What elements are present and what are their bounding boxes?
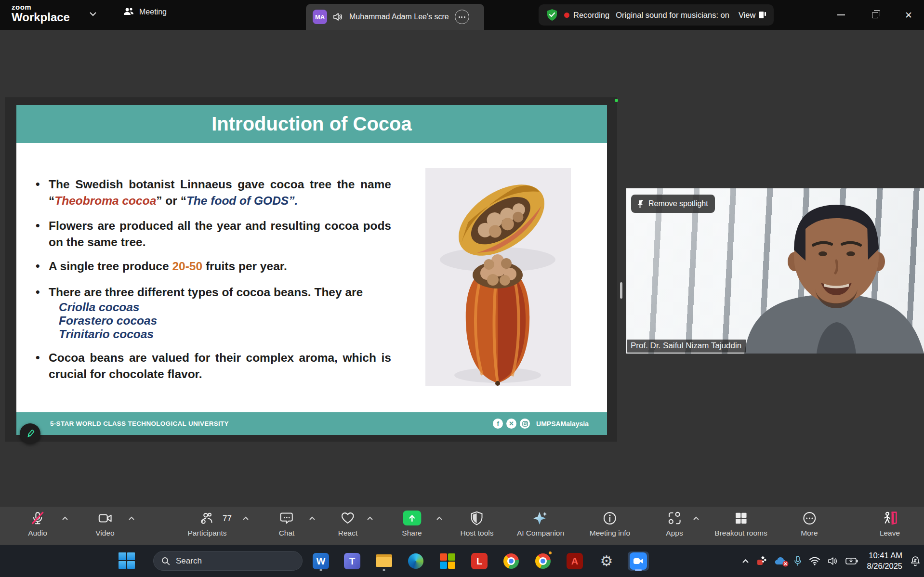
taskbar-app-l[interactable]: L xyxy=(469,551,490,571)
slide-bullet-5: • Cocoa beans are valued for their compl… xyxy=(36,350,391,382)
minimize-button[interactable] xyxy=(828,0,855,30)
notification-badge xyxy=(548,551,553,555)
tab-options-ellipsis-icon[interactable] xyxy=(455,10,469,24)
restore-button[interactable] xyxy=(861,0,888,30)
workspace-dropdown-chevron-icon[interactable] xyxy=(89,12,97,16)
taskbar-app-acrobat[interactable]: A xyxy=(564,551,585,571)
volume-icon[interactable] xyxy=(828,557,838,565)
onedrive-error-icon[interactable] xyxy=(774,557,787,565)
original-sound-status[interactable]: Original sound for musicians: on xyxy=(616,11,729,20)
heart-icon xyxy=(340,511,356,525)
ai-companion-button[interactable]: AI Companion xyxy=(517,511,564,538)
system-tray: 10:41 AM 8/26/2025 xyxy=(742,545,921,577)
taskbar-app-file-explorer[interactable] xyxy=(373,551,395,571)
share-tab-title: Muhammad Adam Lee's scre xyxy=(349,13,449,21)
umpsa-brand: UMPSAMalaysia xyxy=(536,420,589,428)
taskbar-app-chrome[interactable] xyxy=(501,551,522,571)
participants-icon xyxy=(199,511,215,525)
wifi-icon[interactable] xyxy=(809,557,820,565)
battery-icon[interactable] xyxy=(845,557,858,565)
microphone-tray-icon[interactable] xyxy=(794,556,802,566)
info-icon xyxy=(603,511,617,525)
theobroma-emphasis: Theobroma cocoa xyxy=(54,194,156,207)
meeting-tab-label: Meeting xyxy=(139,8,167,16)
university-tagline: 5-STAR WORLD CLASS TECHNOLOGICAL UNIVERS… xyxy=(50,420,229,427)
panel-resize-handle[interactable] xyxy=(620,282,622,299)
x-icon: ✕ xyxy=(506,419,516,429)
close-icon: ✕ xyxy=(905,10,912,21)
fruit-count-emphasis: 20-50 xyxy=(172,260,202,273)
chat-bubble-icon xyxy=(279,511,294,525)
leave-door-icon xyxy=(882,511,898,525)
audio-button[interactable]: Audio xyxy=(28,511,47,538)
complex-aroma-emphasis: complex aroma xyxy=(246,351,335,364)
share-options-chevron-icon[interactable] xyxy=(436,516,443,521)
bell-dnd-icon[interactable] xyxy=(910,555,921,567)
widgets-icon[interactable] xyxy=(756,556,767,566)
leave-button[interactable]: Leave xyxy=(880,511,900,538)
participant-portrait xyxy=(626,188,924,354)
remove-spotlight-button[interactable]: Remove spotlight xyxy=(631,195,715,213)
camera-icon xyxy=(97,511,113,525)
acrobat-icon: A xyxy=(567,553,583,569)
taskbar-app-word[interactable]: W xyxy=(310,551,331,571)
taskbar-app-teams[interactable]: T xyxy=(342,551,363,571)
tab-screen-share[interactable]: MA Muhammad Adam Lee's scre xyxy=(306,4,484,30)
recording-indicator[interactable]: Recording xyxy=(564,11,609,20)
tab-meeting[interactable]: Meeting xyxy=(123,7,167,17)
react-button[interactable]: React xyxy=(338,511,358,538)
security-shield-icon[interactable] xyxy=(546,9,558,21)
apps-options-chevron-icon[interactable] xyxy=(693,516,700,521)
chrome-icon xyxy=(503,553,519,569)
video-options-chevron-icon[interactable] xyxy=(128,516,135,521)
chrome-profile-icon xyxy=(535,553,551,569)
participants-button[interactable]: Participants xyxy=(188,511,227,538)
breakout-rooms-button[interactable]: Breakout rooms xyxy=(714,511,767,538)
spotlight-video-tile: Remove spotlight Prof. Dr. Saiful Nizam … xyxy=(626,188,924,354)
tray-chevron-icon[interactable] xyxy=(742,559,749,564)
audio-options-chevron-icon[interactable] xyxy=(62,516,68,521)
windows-taskbar: Search W T L A xyxy=(0,545,924,577)
view-layout-icon xyxy=(759,12,766,18)
chat-options-chevron-icon[interactable] xyxy=(309,516,316,521)
cocoa-type-1: Criolla cocoas xyxy=(59,301,391,314)
taskbar-app-zoom[interactable] xyxy=(628,551,649,571)
taskbar-app-settings[interactable]: ⚙ xyxy=(596,551,617,571)
presentation-slide: Introduction of Cocoa • The Swedish bota… xyxy=(16,105,607,435)
titlebar: zoom Workplace Meeting MA Muhammad Adam … xyxy=(0,0,924,30)
share-active-dot-icon xyxy=(615,99,618,102)
speaker-icon xyxy=(333,12,343,22)
participants-options-chevron-icon[interactable] xyxy=(242,516,249,521)
microphone-muted-icon xyxy=(30,511,45,525)
running-indicator xyxy=(383,569,385,571)
annotate-pencil-button[interactable] xyxy=(20,423,40,444)
video-button[interactable]: Video xyxy=(95,511,114,538)
view-button[interactable]: View xyxy=(739,11,766,20)
slide-header-band: Introduction of Cocoa xyxy=(16,105,607,143)
search-icon xyxy=(161,557,170,565)
taskbar-clock[interactable]: 10:41 AM 8/26/2025 xyxy=(867,551,902,571)
zoom-meeting-window: zoom Workplace Meeting MA Muhammad Adam … xyxy=(0,0,924,577)
slide-bullet-3: • A single tree produce 20-50 fruits per… xyxy=(36,258,391,275)
remove-spotlight-label: Remove spotlight xyxy=(648,199,708,208)
chat-button[interactable]: Chat xyxy=(279,511,295,538)
windows-start-button[interactable] xyxy=(119,552,135,569)
food-of-gods-emphasis: The food of GODS”. xyxy=(186,194,298,207)
taskbar-app-microsoft[interactable] xyxy=(437,551,458,571)
apps-button[interactable]: Apps xyxy=(666,511,683,538)
pin-icon xyxy=(636,199,644,209)
more-button[interactable]: More xyxy=(801,511,818,538)
close-button[interactable]: ✕ xyxy=(895,0,922,30)
taskbar-app-edge[interactable] xyxy=(405,551,426,571)
host-tools-button[interactable]: Host tools xyxy=(461,511,494,538)
react-options-chevron-icon[interactable] xyxy=(367,516,373,521)
restore-icon xyxy=(872,12,878,18)
active-indicator xyxy=(635,569,642,571)
participant-name-tag: Prof. Dr. Saiful Nizam Tajuddin xyxy=(627,340,746,353)
taskbar-app-chrome-profile[interactable] xyxy=(532,551,554,571)
teams-icon: T xyxy=(344,553,360,569)
taskbar-search-input[interactable]: Search xyxy=(153,551,303,571)
share-button[interactable]: Share xyxy=(402,511,422,538)
clock-time: 10:41 AM xyxy=(867,551,902,561)
meeting-info-button[interactable]: Meeting info xyxy=(590,511,630,538)
